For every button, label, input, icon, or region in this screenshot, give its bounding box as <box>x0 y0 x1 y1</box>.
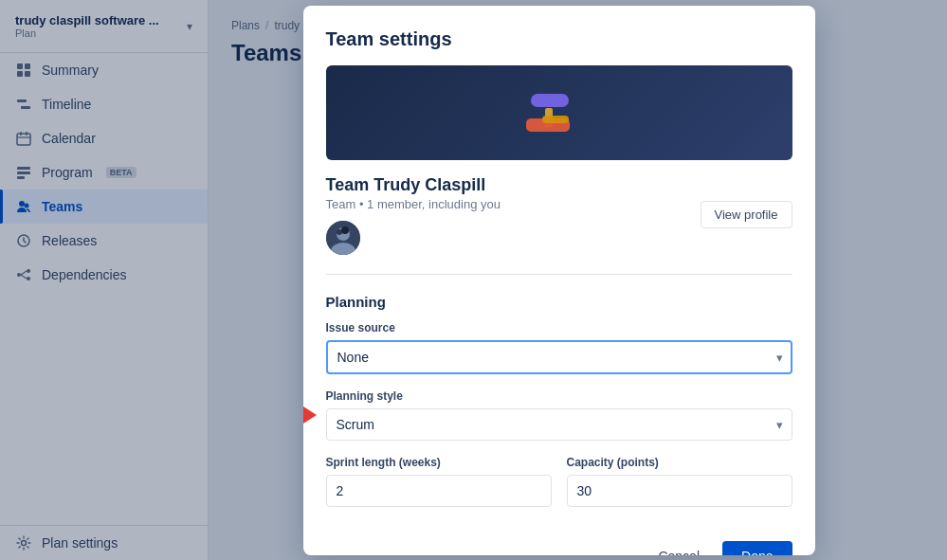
issue-source-wrapper: None Board Project <box>326 340 792 374</box>
team-illustration <box>474 75 645 151</box>
svg-rect-22 <box>531 94 569 107</box>
sprint-length-group: Sprint length (weeks) <box>326 456 552 507</box>
capacity-group: Capacity (points) <box>567 456 792 507</box>
sprint-length-input[interactable] <box>326 475 552 507</box>
sprint-capacity-row: Sprint length (weeks) Capacity (points) <box>326 456 792 522</box>
modal-overlay: Team settings Team Trudy Claspill Team •… <box>0 0 947 560</box>
planning-style-label: Planning style <box>326 389 792 403</box>
team-name: Team Trudy Claspill <box>326 175 689 195</box>
planning-style-select[interactable]: Scrum Kanban <box>326 408 792 441</box>
team-settings-dialog: Team settings Team Trudy Claspill Team •… <box>303 6 815 555</box>
planning-section-title: Planning <box>326 294 792 310</box>
avatar-area <box>326 221 689 255</box>
planning-style-wrapper: Scrum Kanban <box>326 408 792 441</box>
avatar <box>326 221 360 255</box>
red-arrow <box>303 396 317 434</box>
team-meta: Team • 1 member, including you <box>326 197 689 211</box>
avatar-image <box>326 221 360 255</box>
issue-source-label: Issue source <box>326 321 792 334</box>
svg-point-30 <box>341 226 349 234</box>
dialog-title: Team settings <box>326 28 792 50</box>
issue-source-select[interactable]: None Board Project <box>326 340 792 374</box>
cancel-button[interactable]: Cancel <box>643 541 715 555</box>
planning-style-group: Planning style Scrum Kanban <box>326 389 792 441</box>
team-banner <box>326 65 792 160</box>
view-profile-button[interactable]: View profile <box>701 201 792 228</box>
team-info-section: Team Trudy Claspill Team • 1 member, inc… <box>326 175 792 275</box>
sprint-length-label: Sprint length (weeks) <box>326 456 552 469</box>
svg-marker-31 <box>303 402 317 428</box>
capacity-input[interactable] <box>567 475 792 507</box>
capacity-label: Capacity (points) <box>567 456 792 469</box>
svg-rect-25 <box>542 116 569 123</box>
issue-source-group: Issue source None Board Project <box>326 321 792 374</box>
done-button[interactable]: Done <box>722 541 792 555</box>
team-details: Team Trudy Claspill Team • 1 member, inc… <box>326 175 689 255</box>
dialog-footer: Cancel Done <box>326 541 792 555</box>
